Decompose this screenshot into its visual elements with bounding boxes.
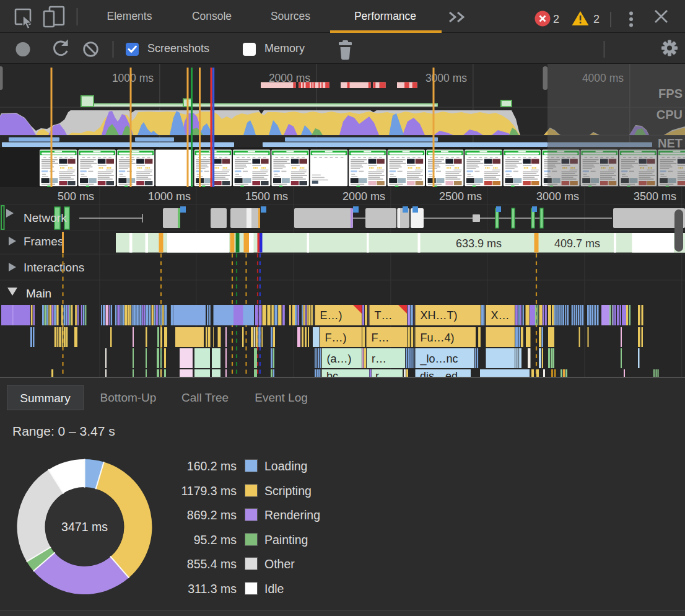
svg-text:X…: X… bbox=[491, 309, 510, 322]
svg-text:Interactions: Interactions bbox=[24, 261, 84, 274]
svg-text:3500 ms: 3500 ms bbox=[634, 190, 676, 203]
svg-text:XH…T): XH…T) bbox=[421, 309, 458, 322]
svg-text:1500 ms: 1500 ms bbox=[245, 190, 288, 203]
svg-text:dis…ed: dis…ed bbox=[420, 370, 458, 377]
svg-text:(a…): (a…) bbox=[327, 353, 352, 365]
svg-text:NET: NET bbox=[658, 136, 683, 150]
svg-text:633.9 ms: 633.9 ms bbox=[456, 237, 502, 250]
svg-text:F…: F… bbox=[372, 332, 390, 344]
svg-text:3471 ms: 3471 ms bbox=[61, 520, 108, 534]
svg-text:Frames: Frames bbox=[24, 235, 63, 248]
svg-text:_lo…nc: _lo…nc bbox=[420, 353, 458, 366]
svg-text:2000 ms: 2000 ms bbox=[342, 190, 385, 203]
svg-text:FPS: FPS bbox=[658, 87, 683, 100]
svg-text:Main: Main bbox=[26, 287, 51, 300]
svg-text:T…: T… bbox=[375, 309, 393, 322]
svg-text:E…): E…) bbox=[320, 309, 342, 322]
svg-text:Network: Network bbox=[24, 211, 67, 224]
svg-text:2500 ms: 2500 ms bbox=[439, 190, 482, 203]
svg-text:1000 ms: 1000 ms bbox=[148, 190, 191, 203]
svg-text:CPU: CPU bbox=[657, 108, 683, 121]
svg-text:bc…: bc… bbox=[326, 370, 349, 377]
svg-text:F…): F…) bbox=[325, 332, 347, 344]
svg-text:500 ms: 500 ms bbox=[58, 190, 94, 203]
svg-text:Fu…4): Fu…4) bbox=[421, 332, 455, 344]
svg-text:409.7 ms: 409.7 ms bbox=[554, 237, 600, 250]
svg-text:r…: r… bbox=[372, 353, 386, 365]
svg-text:r…: r… bbox=[375, 370, 390, 377]
svg-text:3000 ms: 3000 ms bbox=[536, 190, 579, 203]
